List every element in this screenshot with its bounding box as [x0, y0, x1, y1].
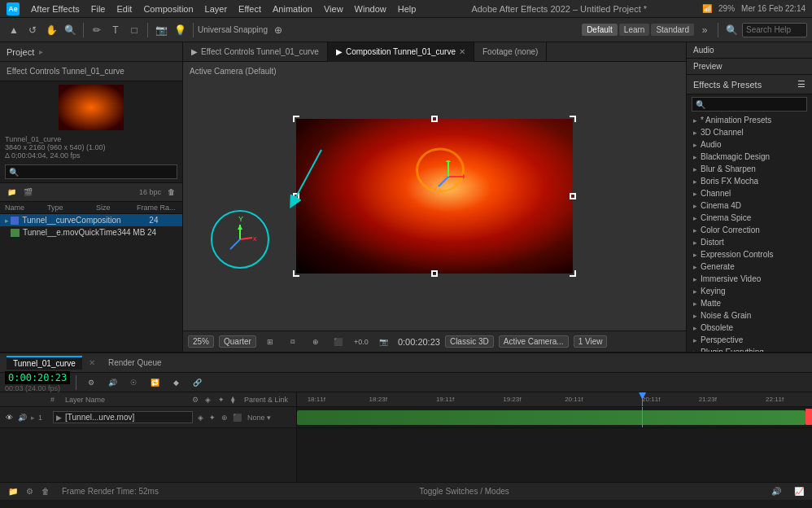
handle-tl[interactable]: [293, 116, 299, 122]
blending-btn[interactable]: ⊕: [219, 412, 230, 423]
zoom-tool[interactable]: 🔍: [61, 21, 79, 39]
menu-edit[interactable]: Edit: [116, 4, 132, 14]
delete-status-icon[interactable]: 🗑: [39, 485, 52, 498]
effect-obsolete[interactable]: ▸ Obsolete: [687, 322, 812, 334]
menu-after-effects[interactable]: After Effects: [31, 4, 80, 14]
effects-menu-icon[interactable]: ☰: [797, 79, 805, 90]
effect-immersive-video[interactable]: ▸ Immersive Video: [687, 273, 812, 285]
handle-mr[interactable]: [570, 193, 576, 199]
effect-keying[interactable]: ▸ Keying: [687, 285, 812, 297]
workspace-learn[interactable]: Learn: [619, 24, 650, 36]
menu-composition[interactable]: Composition: [143, 4, 193, 14]
new-comp-btn[interactable]: 🎬: [21, 186, 34, 199]
camera-view-ctrl[interactable]: Active Camera...: [499, 335, 569, 348]
workspace-default[interactable]: Default: [582, 24, 618, 36]
workspace-standard[interactable]: Standard: [651, 24, 694, 36]
layer-name[interactable]: ▶ [Tunnel...urve.mov]: [53, 411, 193, 423]
audio-status-icon[interactable]: 🔊: [770, 485, 783, 498]
menu-layer[interactable]: Layer: [205, 4, 228, 14]
toggle-switches-label[interactable]: Toggle Switches / Modes: [419, 487, 509, 496]
color-toggle[interactable]: ⬛: [330, 333, 347, 351]
tab-composition[interactable]: ▶ Composition Tunnel_01_curve ✕: [328, 42, 474, 62]
effect-expression-controls[interactable]: ▸ Expression Controls: [687, 248, 812, 261]
effect-cinema4d[interactable]: ▸ Cinema 4D: [687, 199, 812, 212]
menu-effect[interactable]: Effect: [238, 4, 261, 14]
handle-br[interactable]: [570, 270, 576, 277]
effect-blackmagic[interactable]: ▸ Blackmagic Design: [687, 151, 812, 163]
search-input[interactable]: [742, 23, 807, 37]
motion-blur-btn[interactable]: ◈: [194, 412, 206, 423]
effect-animation-presets[interactable]: ▸ * Animation Presets: [687, 114, 812, 126]
effect-boris-fx[interactable]: ▸ Boris FX Mocha: [687, 175, 812, 187]
view-count-ctrl[interactable]: 1 View: [574, 335, 608, 348]
workspace-expand[interactable]: »: [696, 21, 714, 39]
render-toggle[interactable]: +0.0: [352, 333, 370, 351]
delete-btn[interactable]: 🗑: [164, 186, 177, 199]
settings-status-icon[interactable]: ⚙: [23, 485, 36, 498]
grid-toggle[interactable]: ⊞: [261, 333, 279, 351]
effects-btn[interactable]: ✦: [207, 412, 218, 423]
audio-panel-tab[interactable]: Audio: [687, 42, 812, 59]
tl-solo-btn[interactable]: ☉: [124, 374, 142, 392]
handle-mt[interactable]: [431, 116, 438, 122]
text-tool[interactable]: T: [107, 21, 124, 39]
effect-color-correction[interactable]: ▸ Color Correction: [687, 224, 812, 236]
handle-bl[interactable]: [293, 270, 299, 277]
effect-matte[interactable]: ▸ Matte: [687, 297, 812, 309]
tab-footage[interactable]: Footage (none): [474, 42, 547, 62]
tl-marker-btn[interactable]: ◆: [167, 374, 185, 392]
selection-tool[interactable]: ▲: [5, 21, 23, 39]
handle-tr[interactable]: [570, 116, 576, 122]
hand-tool[interactable]: ✋: [42, 21, 60, 39]
3d-btn[interactable]: ⬛: [231, 412, 242, 423]
effect-blur-sharpen[interactable]: ▸ Blur & Sharpen: [687, 163, 812, 175]
snapping-toggle[interactable]: ⊕: [269, 21, 287, 39]
list-item-comp[interactable]: ▸ Tunnel__curve Composition 24: [0, 214, 182, 226]
shape-tool[interactable]: □: [125, 21, 143, 39]
visibility-toggle[interactable]: 👁: [3, 412, 15, 423]
search-icon[interactable]: 🔍: [723, 21, 740, 39]
zoom-ctrl[interactable]: 25%: [188, 335, 214, 348]
menu-animation[interactable]: Animation: [273, 4, 312, 14]
menu-view[interactable]: View: [324, 4, 343, 14]
timeline-tab-close[interactable]: ✕: [89, 358, 95, 367]
list-item-video[interactable]: ▸ Tunnel__e.mov QuickTime 344 MB 24: [0, 226, 182, 239]
menu-window[interactable]: Window: [355, 4, 386, 14]
new-folder-btn[interactable]: 📁: [5, 186, 18, 199]
effect-noise-grain[interactable]: ▸ Noise & Grain: [687, 309, 812, 322]
tl-link-btn[interactable]: 🔗: [188, 374, 206, 392]
effects-search-input[interactable]: [692, 97, 807, 112]
effect-audio[interactable]: ▸ Audio: [687, 138, 812, 151]
tl-audio-btn[interactable]: 🔊: [103, 374, 121, 392]
menu-file[interactable]: File: [91, 4, 106, 14]
effect-perspective[interactable]: ▸ Perspective: [687, 334, 812, 346]
graph-status-icon[interactable]: 📈: [792, 485, 805, 498]
parent-dropdown[interactable]: None ▾: [244, 414, 293, 422]
effect-distort[interactable]: ▸ Distort: [687, 236, 812, 248]
mask-toggle[interactable]: ⧈: [284, 333, 302, 351]
rotation-tool[interactable]: ↺: [24, 21, 41, 39]
timeline-tab-comp[interactable]: Tunnel_01_curve: [7, 356, 82, 370]
expand-layer-arrow[interactable]: ▸: [31, 414, 35, 422]
project-search-input[interactable]: [5, 164, 177, 179]
new-comp-status-icon[interactable]: 📁: [7, 485, 20, 498]
3d-mode-ctrl[interactable]: Classic 3D: [445, 335, 494, 348]
handle-mb[interactable]: [431, 270, 438, 277]
quality-ctrl[interactable]: Quarter: [219, 335, 256, 348]
tab-close-icon[interactable]: ✕: [459, 47, 465, 56]
playhead[interactable]: [642, 392, 643, 406]
audio-toggle[interactable]: 🔊: [16, 412, 28, 423]
tab-effect-controls[interactable]: ▶ Effect Controls Tunnel_01_curve: [183, 42, 328, 62]
tl-loop-btn[interactable]: 🔁: [146, 374, 164, 392]
effect-plugin-everything[interactable]: ▸ Plugin Everything: [687, 346, 812, 352]
camera-icon[interactable]: 📷: [375, 333, 393, 351]
guides-toggle[interactable]: ⊕: [307, 333, 325, 351]
effect-3d-channel[interactable]: ▸ 3D Channel: [687, 126, 812, 138]
effect-generate[interactable]: ▸ Generate: [687, 261, 812, 273]
light-tool[interactable]: 💡: [171, 21, 189, 39]
preview-panel-tab[interactable]: Preview: [687, 59, 812, 75]
effect-cinema-spice[interactable]: ▸ Cinema Spice: [687, 212, 812, 224]
menu-help[interactable]: Help: [398, 4, 417, 14]
effect-channel[interactable]: ▸ Channel: [687, 187, 812, 199]
camera-tool[interactable]: 📷: [152, 21, 170, 39]
